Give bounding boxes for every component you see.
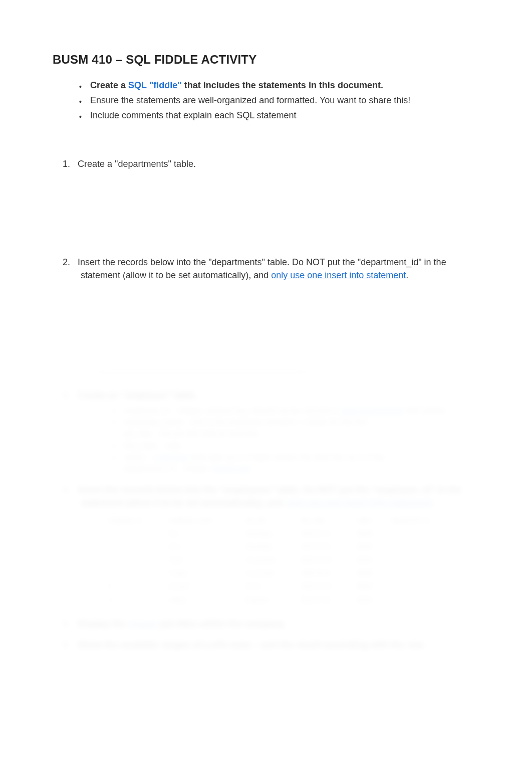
preview-cover-overlay (49, 373, 484, 750)
question-list: 1. Create a "departments" table. 2. Inse… (53, 157, 479, 282)
question-2: 2. Insert the records below into the "de… (63, 256, 479, 282)
question-text: Insert the records below into the "depar… (78, 257, 446, 280)
intro-bullets: Create a SQL "fiddle" that includes the … (53, 79, 479, 122)
list-number: 1. (63, 157, 75, 170)
intro-item-1: Create a SQL "fiddle" that includes the … (80, 79, 479, 92)
text: . (406, 270, 408, 280)
sql-fiddle-link[interactable]: SQL "fiddle" (128, 80, 182, 90)
text: that includes the statements in this doc… (184, 80, 383, 90)
insert-into-link[interactable]: only use one insert into statement (271, 270, 406, 280)
document-page: BUSM 410 – SQL FIDDLE ACTIVITY Create a … (0, 0, 532, 780)
intro-item-2: Ensure the statements are well-organized… (80, 94, 479, 107)
text: Create a (90, 80, 126, 90)
intro-item-3: Include comments that explain each SQL s… (80, 109, 479, 122)
page-title: BUSM 410 – SQL FIDDLE ACTIVITY (53, 53, 479, 67)
question-text: Create a "departments" table. (78, 159, 196, 169)
list-number: 2. (63, 256, 75, 269)
question-1: 1. Create a "departments" table. (63, 157, 479, 170)
